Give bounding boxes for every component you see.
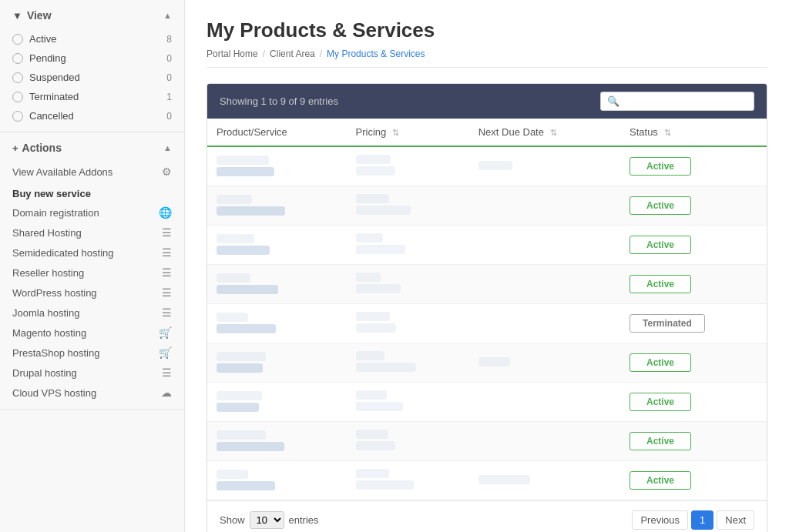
table-header-row: Product/Service Pricing ⇅ Next Due Date …: [207, 119, 767, 146]
product-cell: [207, 422, 347, 461]
action-icon: ☰: [162, 266, 172, 279]
status-cell: Active: [620, 146, 767, 186]
status-button[interactable]: Active: [630, 196, 691, 215]
filter-item-suspended[interactable]: Suspended 0: [12, 68, 172, 87]
table-row: Active: [207, 186, 767, 226]
actions-chevron-icon: ▲: [163, 143, 172, 152]
status-cell: Active: [620, 461, 767, 500]
action-semidedicated-hosting[interactable]: Semidedicated hosting ☰: [12, 243, 172, 263]
addons-icon: ⚙: [162, 166, 172, 178]
pagination-bar: Show 10 25 50 entries Previous 1 Next: [207, 500, 767, 532]
action-shared-hosting[interactable]: Shared Hosting ☰: [12, 223, 172, 243]
filter-count: 1: [166, 92, 172, 102]
chevron-up-icon: ▲: [163, 11, 172, 20]
action-icon: ☁: [161, 386, 172, 399]
action-icon: 🛒: [159, 326, 172, 339]
action-label: Semidedicated hosting: [12, 247, 114, 259]
per-page-select[interactable]: 10 25 50: [250, 511, 284, 529]
product-cell: [207, 186, 347, 226]
product-cell: [207, 343, 347, 383]
due-date-cell: [469, 422, 620, 461]
action-icon: ☰: [162, 366, 172, 379]
search-input[interactable]: [623, 95, 747, 107]
previous-button[interactable]: Previous: [632, 510, 688, 530]
table-head: Product/Service Pricing ⇅ Next Due Date …: [207, 119, 767, 146]
table-row: Active: [207, 146, 767, 186]
col-status[interactable]: Status ⇅: [620, 119, 767, 146]
main-content: My Products & Services Portal Home / Cli…: [185, 0, 789, 532]
next-button[interactable]: Next: [717, 510, 754, 530]
status-button[interactable]: Active: [630, 471, 691, 490]
pricing-cell: [347, 461, 469, 500]
status-cell: Active: [620, 186, 767, 226]
action-cloud-vps-hosting[interactable]: Cloud VPS hosting ☁: [12, 383, 172, 403]
breadcrumb: Portal Home / Client Area / My Products …: [206, 49, 767, 68]
action-joomla-hosting[interactable]: Joomla hosting ☰: [12, 303, 172, 323]
action-label: WordPress hosting: [12, 287, 97, 299]
pricing-sort-icon: ⇅: [392, 128, 399, 137]
due-date-cell: [469, 226, 620, 265]
action-reseller-hosting[interactable]: Reseller hosting ☰: [12, 263, 172, 283]
table-row: Active: [207, 383, 767, 422]
filter-label: Cancelled: [29, 110, 74, 122]
col-pricing[interactable]: Pricing ⇅: [347, 119, 469, 146]
status-sort-icon: ⇅: [664, 128, 671, 137]
action-prestashop-hosting[interactable]: PrestaShop hosting 🛒: [12, 343, 172, 363]
actions-section: + Actions ▲ View Available Addons ⚙ Buy …: [0, 132, 184, 410]
view-addons-link[interactable]: View Available Addons ⚙: [12, 162, 172, 182]
table-row: Active: [207, 226, 767, 265]
col-due-date[interactable]: Next Due Date ⇅: [469, 119, 620, 146]
pricing-cell: [347, 146, 469, 186]
entries-label: entries: [289, 514, 319, 526]
pricing-cell: [347, 265, 469, 304]
action-drupal-hosting[interactable]: Drupal hosting ☰: [12, 363, 172, 383]
status-button[interactable]: Active: [630, 236, 691, 254]
filter-count: 8: [166, 34, 172, 45]
filter-radio: [12, 34, 23, 45]
table-row: Active: [207, 343, 767, 383]
table-header-bar: Showing 1 to 9 of 9 entries 🔍: [207, 84, 767, 119]
status-cell: Active: [620, 265, 767, 304]
status-button[interactable]: Active: [630, 353, 691, 372]
filter-item-cancelled[interactable]: Cancelled 0: [12, 106, 172, 125]
status-button[interactable]: Active: [630, 275, 691, 293]
pricing-cell: [347, 226, 469, 265]
filter-item-terminated[interactable]: Terminated 1: [12, 87, 172, 106]
action-wordpress-hosting[interactable]: WordPress hosting ☰: [12, 283, 172, 303]
status-cell: Terminated: [620, 304, 767, 343]
filter-radio: [12, 72, 23, 83]
filter-item-pending[interactable]: Pending 0: [12, 49, 172, 68]
status-button[interactable]: Active: [630, 393, 691, 411]
status-button[interactable]: Active: [630, 157, 691, 176]
pricing-cell: [347, 383, 469, 422]
product-cell: [207, 304, 347, 343]
show-entries: Show 10 25 50 entries: [220, 511, 319, 529]
product-cell: [207, 146, 347, 186]
breadcrumb-portal-home[interactable]: Portal Home: [206, 49, 258, 59]
table-row: Active: [207, 422, 767, 461]
actions-header[interactable]: + Actions ▲: [12, 142, 172, 154]
action-domain-registration[interactable]: Domain registration 🌐: [12, 202, 172, 223]
breadcrumb-client-area[interactable]: Client Area: [270, 49, 315, 59]
due-date-cell: [469, 461, 620, 500]
filter-label: Pending: [29, 52, 66, 64]
due-date-cell: [469, 343, 620, 383]
products-table: Product/Service Pricing ⇅ Next Due Date …: [207, 119, 767, 500]
page-1-button[interactable]: 1: [691, 510, 713, 530]
status-cell: Active: [620, 226, 767, 265]
action-icon: 🛒: [159, 346, 172, 359]
action-magento-hosting[interactable]: Magento hosting 🛒: [12, 323, 172, 343]
filter-label: Suspended: [29, 72, 80, 83]
action-label: Drupal hosting: [12, 367, 77, 379]
pricing-cell: [347, 304, 469, 343]
pagination-buttons: Previous 1 Next: [632, 510, 754, 530]
status-button[interactable]: Active: [630, 432, 691, 450]
filter-list: Active 8 Pending 0 Suspended 0 Terminate…: [12, 29, 172, 125]
status-button[interactable]: Terminated: [630, 314, 705, 333]
breadcrumb-sep-1: /: [263, 49, 265, 59]
showing-text: Showing 1 to 9 of 9 entries: [220, 95, 338, 107]
view-filter-header[interactable]: ▼ View ▲: [12, 9, 172, 22]
filter-item-active[interactable]: Active 8: [12, 29, 172, 49]
pricing-cell: [347, 186, 469, 226]
search-box[interactable]: 🔍: [600, 92, 754, 111]
